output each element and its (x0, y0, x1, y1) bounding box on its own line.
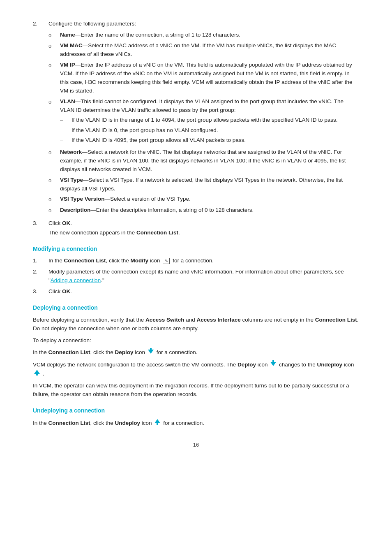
step-3-num: 3. (33, 219, 48, 237)
deploying-heading: Deploying a connection (33, 304, 359, 313)
deploy-para4-end: icon (342, 362, 354, 368)
deploy-icon-2 (270, 360, 276, 369)
svg-rect-5 (36, 373, 38, 375)
modify-step-2-content: Modify parameters of the connection exce… (48, 268, 359, 285)
undeploying-para1: In the Connection List, click the Undepl… (33, 419, 359, 428)
deploying-para1: Before deploying a connection, verify th… (33, 316, 359, 333)
modify-step2-link[interactable]: Adding a connection (51, 277, 101, 283)
param-description-term: Description (60, 207, 90, 213)
bullet-dot-network (48, 148, 60, 174)
param-network-item: Network—Select a network for the vNIC. T… (48, 148, 359, 174)
modify-step-3-outer: 3. Click OK. (33, 287, 359, 296)
param-network-term: Network (60, 149, 82, 155)
modify-step1-pre: In the (48, 257, 64, 264)
param-name-item: Name—Enter the name of the connection, a… (48, 31, 359, 39)
deploy-para1-pre: Before deploying a connection, verify th… (33, 317, 145, 323)
bullet-dot-vmmac (48, 42, 60, 59)
step-2-content: Configure the following parameters: Name… (48, 20, 359, 217)
param-vmip-text: VM IP—Enter the IP address of a vNIC on … (60, 61, 359, 95)
sub-dot-1 (60, 116, 71, 125)
svg-rect-3 (272, 360, 274, 363)
step-3-result: The new connection appears in the Connec… (48, 229, 359, 237)
result-text: The new connection appears in the (48, 229, 136, 236)
deploy-para4-post: changes to the (279, 362, 317, 368)
modify-step-1-num: 1. (33, 257, 48, 265)
param-description-item: Description—Enter the descriptive inform… (48, 206, 359, 215)
param-name-term: Name (60, 32, 75, 38)
step-3-outer: 3. Click OK. The new connection appears … (33, 219, 359, 237)
param-vsitypeversion-dash: — (105, 196, 111, 202)
modify-icon: ✎ (163, 258, 170, 264)
param-network-text: Network—Select a network for the vNIC. T… (60, 148, 359, 174)
modify-step1-suffix: for a connection. (173, 257, 214, 264)
step-3-period: . (70, 220, 72, 226)
svg-rect-7 (157, 422, 158, 425)
vlan-sub-1: If the VLAN ID is in the range of 1 to 4… (60, 116, 359, 125)
param-vsitypeversion-text: VSI Type Version—Select a version of the… (60, 195, 359, 204)
modify-step-1-outer: 1. In the Connection List, click the Mod… (33, 257, 359, 265)
step-2-outer: 2. Configure the following parameters: N… (33, 20, 359, 217)
modify-step2-end: ." (101, 277, 104, 283)
param-vsitype-desc: Select a VSI Type. If a network is selec… (60, 177, 343, 192)
param-vlan-desc: This field cannot be configured. It disp… (60, 98, 344, 113)
modifying-heading: Modifying a connection (33, 245, 359, 254)
undeploy-para1-mid: , click the (90, 419, 115, 426)
param-description-text: Description—Enter the descriptive inform… (60, 206, 359, 215)
modify-step1-bold1: Connection List (64, 257, 106, 264)
step-3-content: Click OK. The new connection appears in … (48, 219, 359, 237)
step-3-text: Click (48, 220, 62, 226)
deploy-para4-pre: VCM deploys the network configuration to… (33, 362, 238, 368)
deploying-para2: To deploy a connection: (33, 336, 359, 345)
param-description-dash: — (90, 207, 96, 213)
deploying-para4: VCM deploys the network configuration to… (33, 360, 359, 378)
undeploying-section: Undeploying a connection In the Connecti… (33, 406, 359, 428)
sub-text-3: If the VLAN ID is 4095, the port group a… (71, 136, 359, 145)
vlan-sub-list: If the VLAN ID is in the range of 1 to 4… (60, 116, 359, 144)
sub-dot-2 (60, 126, 71, 135)
step-2-intro: Configure the following parameters: (48, 20, 359, 28)
bullet-dot-vsitypeversion (48, 195, 60, 204)
undeploy-para1-end: for a connection. (163, 419, 204, 426)
param-vmmac-item: VM MAC—Select the MAC address of a vNIC … (48, 42, 359, 59)
bullet-dot-vsitype (48, 176, 60, 193)
undeploy-icon (34, 369, 40, 378)
undeploy-para1-post: icon (140, 419, 152, 426)
undeploy-para1-bold1: Connection List (48, 419, 90, 426)
undeploy-svg-2 (154, 419, 160, 425)
step-2-num: 2. (33, 20, 48, 217)
bullet-dot-vlan (48, 97, 60, 146)
deploy-para3-bold2: Deploy (115, 349, 134, 355)
modify-step-3-num: 3. (33, 287, 48, 296)
param-vmip-desc: Enter the IP address of a vNIC on the VM… (60, 62, 353, 94)
configure-section: 2. Configure the following parameters: N… (33, 20, 359, 237)
param-vlan-term: VLAN (60, 98, 75, 104)
deploy-para4-bold2: Undeploy (317, 362, 342, 368)
param-vsitypeversion-item: VSI Type Version—Select a version of the… (48, 195, 359, 204)
param-vlan-item: VLAN—This field cannot be configured. It… (48, 97, 359, 146)
deploy-para3-end: for a connection. (157, 349, 198, 355)
param-vsitype-term: VSI Type (60, 177, 83, 183)
deploy-para3-mid: , click the (90, 349, 115, 355)
undeploy-icon-2 (154, 419, 160, 428)
deploy-para4-period: . (43, 371, 44, 377)
param-name-text: Name—Enter the name of the connection, a… (60, 31, 359, 39)
param-vmmac-desc: Select the MAC address of a vNIC on the … (60, 42, 336, 57)
param-network-dash: — (82, 149, 88, 155)
deploy-icon (148, 348, 154, 357)
main-content: 2. Configure the following parameters: N… (33, 20, 359, 449)
sub-text-2: If the VLAN ID is 0, the port group has … (71, 126, 359, 135)
modify-step1-post: icon (148, 257, 160, 264)
modify-step-2-outer: 2. Modify parameters of the connection e… (33, 268, 359, 285)
modify-step1-mid: , click the (106, 257, 131, 264)
param-vsitypeversion-desc: Select a version of the VSI Type. (110, 196, 191, 202)
deploy-svg-2 (270, 360, 276, 366)
result-period: . (178, 229, 180, 236)
vlan-sub-2: If the VLAN ID is 0, the port group has … (60, 126, 359, 135)
deploy-para1-mid: and (184, 317, 196, 323)
bullet-dot-name (48, 31, 60, 39)
modify-step3-period: . (70, 288, 72, 294)
sub-text-1: If the VLAN ID is in the range of 1 to 4… (71, 116, 359, 125)
param-name-desc: Enter the name of the connection, a stri… (81, 32, 240, 38)
undeploy-para1-pre: In the (33, 419, 48, 426)
deploy-para3-pre: In the (33, 349, 48, 355)
